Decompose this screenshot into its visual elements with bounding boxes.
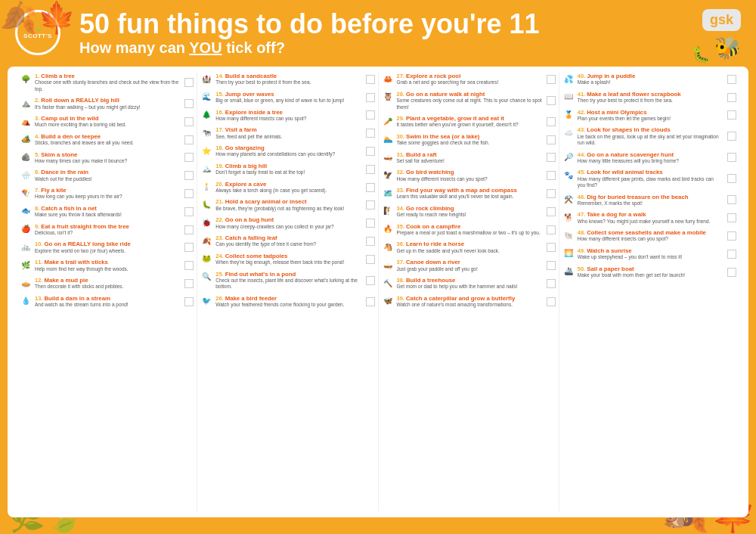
main-title: 50 fun things to do before you're 11 bbox=[79, 9, 540, 39]
item-number: 2. bbox=[35, 97, 39, 104]
item-checkbox[interactable] bbox=[366, 237, 375, 246]
item-title: Go on a bug hunt bbox=[225, 216, 274, 223]
item-checkbox[interactable] bbox=[727, 93, 736, 102]
item-checkbox[interactable] bbox=[366, 255, 375, 264]
item-number: 3. bbox=[35, 115, 39, 122]
item-text: 23. Catch a falling leaf Can you identif… bbox=[215, 234, 361, 248]
item-checkbox[interactable] bbox=[184, 243, 194, 252]
list-item: 🪨 5. Skim a stone How many times can you… bbox=[20, 151, 194, 165]
item-checkbox[interactable] bbox=[184, 297, 194, 306]
item-checkbox[interactable] bbox=[366, 200, 375, 210]
item-desc: Learn this valuable skill and you'll nev… bbox=[397, 194, 542, 200]
list-item: 🌲 16. Explore inside a tree How many dif… bbox=[200, 109, 374, 123]
item-number: 12. bbox=[35, 277, 42, 284]
item-icon: 🏰 bbox=[200, 73, 212, 85]
item-desc: Get up in the saddle and you'll never lo… bbox=[397, 248, 542, 254]
item-number: 15. bbox=[215, 91, 223, 98]
item-checkbox[interactable] bbox=[547, 189, 556, 198]
item-number: 45. bbox=[578, 169, 585, 175]
item-checkbox[interactable] bbox=[727, 268, 736, 277]
item-text: 44. Go on a nature scavenger hunt How ma… bbox=[578, 151, 723, 165]
item-checkbox[interactable] bbox=[547, 279, 556, 288]
item-checkbox[interactable] bbox=[727, 195, 736, 204]
item-checkbox[interactable] bbox=[184, 225, 194, 234]
item-checkbox[interactable] bbox=[184, 117, 194, 126]
item-number: 27. bbox=[397, 73, 404, 79]
item-title: Roll down a REALLY big hill bbox=[41, 97, 119, 104]
list-item: 🏊 30. Swim in the sea (or a lake) Take s… bbox=[382, 133, 556, 147]
item-checkbox[interactable] bbox=[547, 297, 556, 306]
item-title: Catch a fish in a net bbox=[41, 205, 97, 212]
item-checkbox[interactable] bbox=[547, 243, 556, 252]
item-checkbox[interactable] bbox=[547, 207, 556, 216]
item-desc: Then try your best to protect it from th… bbox=[578, 98, 723, 104]
item-icon: 🍂 bbox=[200, 234, 212, 247]
item-icon: 🐴 bbox=[382, 241, 394, 253]
list-item: 📖 41. Make a leaf and flower scrapbook T… bbox=[562, 91, 736, 104]
item-checkbox[interactable] bbox=[366, 297, 375, 306]
item-checkbox[interactable] bbox=[727, 213, 736, 222]
item-number: 34. bbox=[397, 205, 404, 212]
item-checkbox[interactable] bbox=[366, 165, 375, 174]
item-checkbox[interactable] bbox=[547, 153, 556, 162]
item-checkbox[interactable] bbox=[366, 276, 375, 285]
item-title: Go stargazing bbox=[225, 144, 265, 151]
item-text: 1. Climb a tree Choose one with sturdy b… bbox=[35, 73, 180, 92]
item-checkbox[interactable] bbox=[184, 153, 194, 162]
item-checkbox[interactable] bbox=[184, 207, 194, 216]
item-desc: It's faster than walking – but you might… bbox=[35, 104, 180, 110]
item-desc: Watch one of nature's most amazing trans… bbox=[397, 302, 542, 308]
item-desc: Then try your best to protect it from th… bbox=[215, 79, 361, 85]
item-desc: Make your boat with mom then get set for… bbox=[578, 272, 723, 278]
item-icon: 🦅 bbox=[382, 169, 394, 181]
item-title: Take a dog for a walk bbox=[587, 211, 646, 218]
item-desc: How long can you keep yours in the air? bbox=[35, 194, 180, 200]
item-checkbox[interactable] bbox=[184, 171, 194, 180]
item-text: 29. Plant a vegetable, grow it and eat i… bbox=[397, 115, 542, 129]
item-checkbox[interactable] bbox=[366, 183, 375, 192]
item-checkbox[interactable] bbox=[547, 171, 556, 180]
main-content: 🌳 1. Climb a tree Choose one with sturdy… bbox=[8, 67, 748, 517]
item-title: Jump over waves bbox=[225, 91, 274, 98]
item-checkbox[interactable] bbox=[366, 129, 375, 138]
item-checkbox[interactable] bbox=[727, 153, 736, 162]
item-checkbox[interactable] bbox=[727, 231, 736, 241]
item-checkbox[interactable] bbox=[366, 147, 375, 156]
item-checkbox[interactable] bbox=[727, 75, 736, 84]
item-title: Find out what's in a pond bbox=[225, 271, 296, 278]
item-checkbox[interactable] bbox=[366, 93, 375, 102]
item-icon: 🏔️ bbox=[200, 163, 212, 175]
item-desc: And watch as the stream turns into a pon… bbox=[35, 302, 180, 308]
item-title: Climb a tree bbox=[41, 73, 75, 79]
item-checkbox[interactable] bbox=[727, 132, 736, 141]
item-checkbox[interactable] bbox=[184, 261, 194, 270]
item-checkbox[interactable] bbox=[184, 279, 194, 288]
item-checkbox[interactable] bbox=[184, 189, 194, 198]
item-checkbox[interactable] bbox=[727, 110, 736, 120]
item-title: Build a den or teepee bbox=[41, 133, 101, 140]
item-icon: 🌿 bbox=[20, 259, 32, 271]
sub-title: How many can YOU tick off? bbox=[79, 39, 540, 57]
item-checkbox[interactable] bbox=[547, 96, 556, 105]
item-text: 31. Build a raft Set sail for adventure! bbox=[397, 151, 542, 165]
item-checkbox[interactable] bbox=[184, 135, 194, 144]
item-checkbox[interactable] bbox=[547, 75, 556, 84]
item-checkbox[interactable] bbox=[727, 250, 736, 259]
item-text: 41. Make a leaf and flower scrapbook The… bbox=[578, 91, 723, 104]
item-icon: 🦉 bbox=[382, 91, 394, 103]
item-checkbox[interactable] bbox=[547, 135, 556, 144]
item-checkbox[interactable] bbox=[366, 219, 375, 228]
item-number: 10. bbox=[35, 241, 42, 247]
item-checkbox[interactable] bbox=[184, 78, 194, 87]
item-number: 30. bbox=[397, 133, 404, 140]
item-checkbox[interactable] bbox=[366, 110, 375, 120]
item-checkbox[interactable] bbox=[547, 225, 556, 234]
column-1: 🌳 1. Climb a tree Choose one with sturdy… bbox=[17, 73, 197, 511]
item-checkbox[interactable] bbox=[727, 174, 736, 183]
item-title: Make a leaf and flower scrapbook bbox=[587, 91, 680, 98]
item-checkbox[interactable] bbox=[366, 75, 375, 84]
item-title: Eat a fruit straight from the tree bbox=[41, 223, 129, 230]
item-checkbox[interactable] bbox=[547, 261, 556, 270]
item-checkbox[interactable] bbox=[547, 117, 556, 126]
item-checkbox[interactable] bbox=[184, 99, 194, 108]
